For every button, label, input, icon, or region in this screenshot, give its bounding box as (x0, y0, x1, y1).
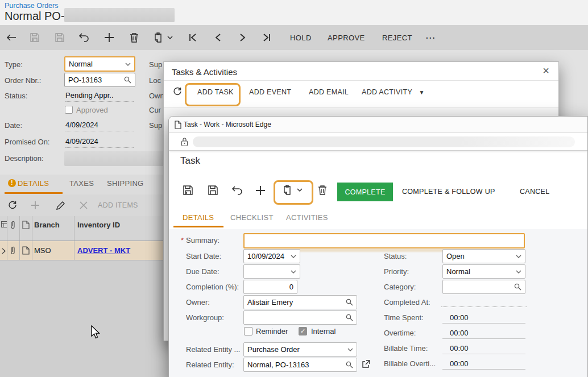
last-record-button[interactable] (263, 25, 271, 50)
overtime-label: Overtime: (384, 329, 416, 337)
priority-select[interactable]: Normal (442, 264, 525, 279)
tab-taxes[interactable]: TAXES (69, 179, 94, 188)
time-spent-label: Time Spent: (384, 313, 424, 322)
due-date-select[interactable] (243, 264, 300, 279)
open-related-entity-button[interactable] (362, 360, 370, 368)
add-email-button[interactable]: ADD EMAIL (309, 88, 349, 96)
reminder-checkbox[interactable] (244, 327, 252, 335)
edge-titlebar[interactable]: Task - Work - Microsoft Edge (169, 117, 587, 133)
owner-lookup[interactable]: Alistair Emery (243, 295, 357, 309)
next-record-button[interactable] (240, 25, 246, 50)
start-date-select[interactable]: 10/09/2024 (243, 249, 300, 263)
chevron-down-icon (516, 270, 521, 274)
related-entity-lookup[interactable]: Normal, PO-13163 (243, 358, 357, 372)
billable-overtime-value: 00:00 (450, 359, 469, 368)
cell-inventory-id-link[interactable]: ADVERT - MKT (77, 246, 130, 255)
completion-input[interactable]: 0 (243, 280, 297, 294)
hold-button[interactable]: HOLD (290, 25, 312, 50)
task-delete-button[interactable] (318, 185, 327, 195)
reject-button[interactable]: REJECT (382, 25, 412, 50)
chevron-down-icon (516, 255, 521, 258)
task-tab-activities[interactable]: ACTIVITIES (286, 213, 328, 222)
chevron-down-icon (125, 63, 131, 66)
add-activity-button[interactable]: ADD ACTIVITY ▼ (362, 88, 425, 96)
approve-button[interactable]: APPROVE (328, 25, 365, 50)
type-select[interactable]: Normal (64, 56, 135, 72)
save-icon (55, 32, 65, 43)
mouse-cursor (91, 325, 101, 339)
col-header-inventory-id[interactable]: Inventory ID (77, 221, 120, 229)
save-button[interactable] (55, 25, 65, 50)
cancel-button[interactable]: CANCEL (520, 188, 550, 196)
breadcrumb[interactable]: Purchase Orders (5, 2, 58, 10)
order-nbr-input[interactable]: PO-13163 (64, 73, 135, 87)
redacted-description (64, 151, 165, 166)
date-value: 4/09/2024 (65, 121, 134, 131)
magnifier-icon (514, 283, 521, 291)
dialog-refresh-button[interactable] (173, 87, 182, 96)
plus-icon (255, 185, 266, 196)
summary-input[interactable] (243, 233, 525, 248)
task-tab-checklist[interactable]: CHECKLIST (230, 213, 274, 222)
col-header-branch[interactable]: Branch (34, 221, 60, 229)
trash-icon (318, 185, 327, 195)
complete-button[interactable]: COMPLETE (337, 183, 393, 201)
status-select[interactable]: Open (442, 249, 525, 263)
edge-address-bar[interactable] (169, 133, 587, 151)
billable-time-value: 00:00 (450, 344, 469, 353)
complete-follow-up-button[interactable]: COMPLETE & FOLLOW UP (402, 188, 495, 196)
add-task-button[interactable]: ADD TASK (197, 88, 234, 96)
save-close-icon (183, 185, 193, 196)
related-entity-type-select[interactable]: Purchase Order (243, 342, 357, 357)
task-save-close-button[interactable] (183, 185, 193, 196)
billable-time-label: Billable Time: (384, 344, 428, 353)
internal-checkbox[interactable]: ✓ (299, 327, 307, 335)
grid-refresh-button[interactable] (8, 194, 17, 216)
related-entity-label: Related Entity: (186, 361, 234, 369)
first-record-icon (189, 34, 197, 42)
add-items-button[interactable]: ADD ITEMS (98, 194, 138, 216)
workgroup-lookup[interactable] (243, 310, 357, 325)
back-button[interactable] (6, 25, 17, 50)
more-actions-button[interactable]: ⋯ (425, 25, 435, 50)
grid-add-button[interactable] (31, 194, 40, 216)
grid-delete-button[interactable] (80, 194, 88, 216)
tab-details[interactable]: DETAILS (18, 179, 49, 188)
chevron-down-icon (291, 270, 296, 274)
delete-record-button[interactable] (130, 25, 139, 50)
approved-checkbox[interactable] (65, 106, 73, 114)
required-asterisk: * (181, 236, 184, 245)
task-save-button[interactable] (208, 185, 218, 196)
redacted-title-text (64, 8, 175, 22)
related-entity-type-label: Related Entity ... (186, 345, 240, 354)
tab-shipping[interactable]: SHIPPING (107, 179, 144, 188)
grid-edit-button[interactable] (56, 194, 65, 216)
add-event-button[interactable]: ADD EVENT (249, 88, 291, 96)
edge-window-title: Task - Work - Microsoft Edge (184, 121, 271, 129)
promised-on-value: 4/09/2024 (65, 137, 134, 148)
add-record-button[interactable] (104, 25, 114, 50)
category-lookup[interactable] (442, 280, 525, 294)
page-icon (175, 121, 181, 129)
task-copy-paste-button[interactable] (283, 185, 303, 196)
copy-paste-button[interactable] (154, 25, 173, 50)
save-close-button[interactable] (30, 25, 40, 50)
task-add-button[interactable] (255, 185, 266, 196)
first-record-button[interactable] (189, 25, 197, 50)
po-header: Purchase Orders Normal PO-13163 - (0, 0, 588, 25)
undo-icon (78, 33, 90, 42)
chevron-left-icon (215, 34, 221, 42)
magnifier-icon (346, 314, 353, 321)
approved-label: Approved (76, 106, 108, 114)
trash-icon (130, 32, 139, 43)
task-tab-details[interactable]: DETAILS (183, 213, 214, 222)
active-tab-underline (173, 226, 223, 227)
task-undo-button[interactable] (231, 186, 243, 196)
date-label: Date: (5, 121, 22, 130)
refresh-icon (8, 201, 17, 210)
close-icon[interactable]: × (543, 64, 549, 77)
prev-record-button[interactable] (215, 25, 221, 50)
external-link-icon (362, 360, 370, 368)
caret-down-icon: ▼ (419, 89, 425, 96)
undo-button[interactable] (78, 25, 90, 50)
